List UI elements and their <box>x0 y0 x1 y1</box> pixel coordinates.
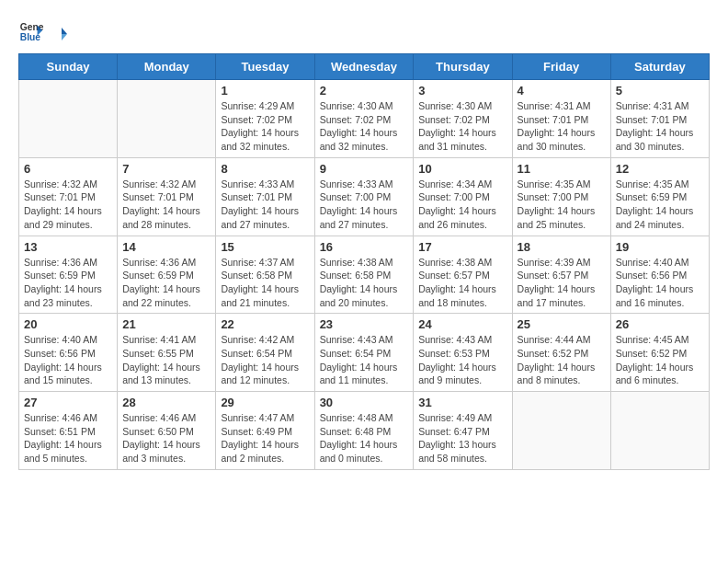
day-cell: 26Sunrise: 4:45 AMSunset: 6:52 PMDayligh… <box>610 314 709 392</box>
day-info: Sunrise: 4:35 AMSunset: 7:00 PMDaylight:… <box>518 178 606 232</box>
week-row-2: 6Sunrise: 4:32 AMSunset: 7:01 PMDaylight… <box>19 157 710 236</box>
weekday-header-saturday: Saturday <box>610 54 709 80</box>
day-number: 21 <box>122 317 210 331</box>
weekday-header-wednesday: Wednesday <box>314 54 414 80</box>
day-cell: 4Sunrise: 4:31 AMSunset: 7:01 PMDaylight… <box>512 80 610 158</box>
day-info: Sunrise: 4:29 AMSunset: 7:02 PMDaylight:… <box>221 99 309 154</box>
day-number: 7 <box>122 162 210 176</box>
weekday-header-row: SundayMondayTuesdayWednesdayThursdayFrid… <box>19 54 710 80</box>
day-info: Sunrise: 4:36 AMSunset: 6:59 PMDaylight:… <box>24 256 112 310</box>
day-number: 10 <box>418 162 506 176</box>
day-number: 2 <box>320 84 409 98</box>
weekday-header-friday: Friday <box>512 54 610 80</box>
day-info: Sunrise: 4:31 AMSunset: 7:01 PMDaylight:… <box>518 99 606 154</box>
day-number: 20 <box>24 317 112 331</box>
day-number: 14 <box>122 240 210 254</box>
day-number: 4 <box>518 84 606 98</box>
day-cell: 5Sunrise: 4:31 AMSunset: 7:01 PMDaylight… <box>610 80 709 158</box>
day-info: Sunrise: 4:43 AMSunset: 6:54 PMDaylight:… <box>320 333 409 387</box>
day-number: 1 <box>221 84 309 98</box>
day-info: Sunrise: 4:43 AMSunset: 6:53 PMDaylight:… <box>418 333 506 387</box>
day-cell <box>19 80 118 158</box>
day-number: 3 <box>418 84 506 98</box>
day-cell <box>118 80 216 158</box>
day-info: Sunrise: 4:36 AMSunset: 6:59 PMDaylight:… <box>122 256 210 310</box>
day-cell: 29Sunrise: 4:47 AMSunset: 6:49 PMDayligh… <box>216 392 314 470</box>
weekday-header-tuesday: Tuesday <box>216 54 314 80</box>
day-number: 13 <box>24 240 112 254</box>
day-info: Sunrise: 4:46 AMSunset: 6:51 PMDaylight:… <box>24 411 112 465</box>
day-cell: 3Sunrise: 4:30 AMSunset: 7:02 PMDaylight… <box>414 80 512 158</box>
day-info: Sunrise: 4:40 AMSunset: 6:56 PMDaylight:… <box>24 333 112 387</box>
day-cell: 23Sunrise: 4:43 AMSunset: 6:54 PMDayligh… <box>314 314 414 392</box>
day-cell: 12Sunrise: 4:35 AMSunset: 6:59 PMDayligh… <box>610 157 709 236</box>
day-number: 29 <box>221 396 309 409</box>
day-cell: 6Sunrise: 4:32 AMSunset: 7:01 PMDaylight… <box>19 157 118 236</box>
day-cell: 15Sunrise: 4:37 AMSunset: 6:58 PMDayligh… <box>216 236 314 314</box>
day-number: 8 <box>221 162 309 176</box>
weekday-header-monday: Monday <box>118 54 216 80</box>
day-cell: 21Sunrise: 4:41 AMSunset: 6:55 PMDayligh… <box>118 314 216 392</box>
calendar-table: SundayMondayTuesdayWednesdayThursdayFrid… <box>18 53 710 470</box>
day-number: 12 <box>616 162 704 176</box>
logo-icon: General Blue <box>18 18 44 44</box>
day-number: 17 <box>418 240 506 254</box>
page-header: General Blue <box>18 18 710 44</box>
logo-shape <box>49 24 69 44</box>
day-number: 31 <box>418 396 506 409</box>
day-cell: 7Sunrise: 4:32 AMSunset: 7:01 PMDaylight… <box>118 157 216 236</box>
week-row-4: 20Sunrise: 4:40 AMSunset: 6:56 PMDayligh… <box>19 314 710 392</box>
day-cell: 24Sunrise: 4:43 AMSunset: 6:53 PMDayligh… <box>414 314 512 392</box>
day-number: 16 <box>320 240 409 254</box>
day-info: Sunrise: 4:46 AMSunset: 6:50 PMDaylight:… <box>122 411 210 465</box>
day-info: Sunrise: 4:39 AMSunset: 6:57 PMDaylight:… <box>518 256 606 310</box>
day-info: Sunrise: 4:45 AMSunset: 6:52 PMDaylight:… <box>616 333 704 387</box>
weekday-header-sunday: Sunday <box>19 54 118 80</box>
day-cell: 17Sunrise: 4:38 AMSunset: 6:57 PMDayligh… <box>414 236 512 314</box>
day-info: Sunrise: 4:37 AMSunset: 6:58 PMDaylight:… <box>221 256 309 310</box>
day-info: Sunrise: 4:38 AMSunset: 6:58 PMDaylight:… <box>320 256 409 310</box>
day-info: Sunrise: 4:32 AMSunset: 7:01 PMDaylight:… <box>24 178 112 232</box>
day-info: Sunrise: 4:38 AMSunset: 6:57 PMDaylight:… <box>418 256 506 310</box>
day-number: 28 <box>122 396 210 409</box>
logo: General Blue <box>18 18 70 44</box>
day-number: 6 <box>24 162 112 176</box>
day-cell <box>610 392 709 470</box>
day-cell: 14Sunrise: 4:36 AMSunset: 6:59 PMDayligh… <box>118 236 216 314</box>
day-number: 19 <box>616 240 704 254</box>
calendar-body: 1Sunrise: 4:29 AMSunset: 7:02 PMDaylight… <box>19 80 710 470</box>
day-number: 23 <box>320 317 409 331</box>
day-cell: 13Sunrise: 4:36 AMSunset: 6:59 PMDayligh… <box>19 236 118 314</box>
day-cell: 19Sunrise: 4:40 AMSunset: 6:56 PMDayligh… <box>610 236 709 314</box>
day-number: 18 <box>518 240 606 254</box>
day-info: Sunrise: 4:44 AMSunset: 6:52 PMDaylight:… <box>518 333 606 387</box>
day-info: Sunrise: 4:47 AMSunset: 6:49 PMDaylight:… <box>221 411 309 465</box>
day-cell: 30Sunrise: 4:48 AMSunset: 6:48 PMDayligh… <box>314 392 414 470</box>
day-cell: 2Sunrise: 4:30 AMSunset: 7:02 PMDaylight… <box>314 80 414 158</box>
day-number: 11 <box>518 162 606 176</box>
weekday-header-thursday: Thursday <box>414 54 512 80</box>
day-info: Sunrise: 4:30 AMSunset: 7:02 PMDaylight:… <box>320 99 409 154</box>
day-cell: 8Sunrise: 4:33 AMSunset: 7:01 PMDaylight… <box>216 157 314 236</box>
day-cell: 10Sunrise: 4:34 AMSunset: 7:00 PMDayligh… <box>414 157 512 236</box>
day-number: 25 <box>518 317 606 331</box>
day-number: 9 <box>320 162 409 176</box>
day-cell: 28Sunrise: 4:46 AMSunset: 6:50 PMDayligh… <box>118 392 216 470</box>
day-info: Sunrise: 4:34 AMSunset: 7:00 PMDaylight:… <box>418 178 506 232</box>
day-cell: 25Sunrise: 4:44 AMSunset: 6:52 PMDayligh… <box>512 314 610 392</box>
week-row-1: 1Sunrise: 4:29 AMSunset: 7:02 PMDaylight… <box>19 80 710 158</box>
day-info: Sunrise: 4:42 AMSunset: 6:54 PMDaylight:… <box>221 333 309 387</box>
day-cell: 27Sunrise: 4:46 AMSunset: 6:51 PMDayligh… <box>19 392 118 470</box>
day-cell: 11Sunrise: 4:35 AMSunset: 7:00 PMDayligh… <box>512 157 610 236</box>
day-info: Sunrise: 4:35 AMSunset: 6:59 PMDaylight:… <box>616 178 704 232</box>
day-number: 26 <box>616 317 704 331</box>
day-info: Sunrise: 4:31 AMSunset: 7:01 PMDaylight:… <box>616 99 704 154</box>
day-info: Sunrise: 4:40 AMSunset: 6:56 PMDaylight:… <box>616 256 704 310</box>
day-info: Sunrise: 4:33 AMSunset: 7:01 PMDaylight:… <box>221 178 309 232</box>
week-row-5: 27Sunrise: 4:46 AMSunset: 6:51 PMDayligh… <box>19 392 710 470</box>
day-cell: 22Sunrise: 4:42 AMSunset: 6:54 PMDayligh… <box>216 314 314 392</box>
day-info: Sunrise: 4:33 AMSunset: 7:00 PMDaylight:… <box>320 178 409 232</box>
day-info: Sunrise: 4:30 AMSunset: 7:02 PMDaylight:… <box>418 99 506 154</box>
day-info: Sunrise: 4:48 AMSunset: 6:48 PMDaylight:… <box>320 411 409 465</box>
day-number: 30 <box>320 396 409 409</box>
